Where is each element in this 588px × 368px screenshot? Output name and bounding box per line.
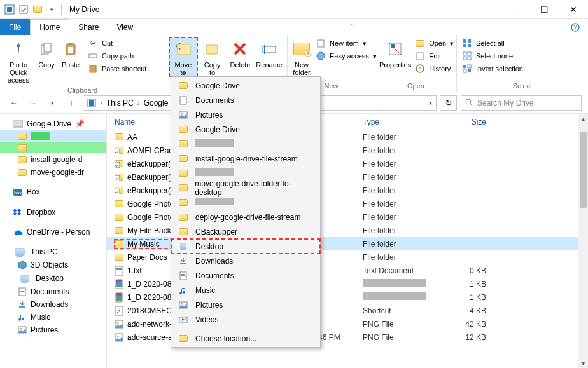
context-menu-item[interactable]: deploy-google-drive-file-stream [171, 210, 320, 224]
context-menu-item[interactable]: Downloads [171, 254, 320, 268]
nav-documents[interactable]: Documents [0, 285, 106, 298]
open-button[interactable]: Open ▾ [414, 37, 455, 49]
svg-rect-27 [463, 52, 466, 55]
svg-rect-43 [20, 291, 24, 292]
svg-rect-28 [468, 52, 471, 55]
nav-dropbox[interactable]: Dropbox [0, 205, 106, 219]
scrollbar-thumb[interactable] [580, 132, 587, 208]
nav-install-google[interactable]: install-google-d [0, 153, 106, 166]
close-button[interactable]: ✕ [559, 0, 588, 19]
context-menu-item[interactable]: install-google-drive-file-stream [171, 151, 320, 166]
context-menu-label [195, 198, 234, 207]
history-button[interactable]: History [414, 63, 455, 74]
scroll-up-icon[interactable]: ▲ [578, 114, 588, 124]
refresh-button[interactable]: ↻ [440, 95, 457, 111]
qat-properties-icon[interactable] [18, 4, 29, 15]
svg-rect-51 [116, 268, 122, 269]
context-menu-item[interactable]: CBackupper [171, 224, 320, 239]
delete-button[interactable]: Delete [228, 37, 253, 69]
context-menu-item[interactable] [171, 137, 320, 151]
context-menu-item[interactable]: Music [171, 283, 320, 297]
nav-onedrive[interactable]: OneDrive - Person [0, 226, 106, 238]
minimize-button[interactable]: ─ [500, 0, 529, 19]
qat-dropdown-icon[interactable]: ▾ [46, 4, 57, 15]
pic-lib-icon [178, 301, 189, 310]
nav-desktop[interactable]: Desktop [0, 271, 106, 285]
select-none-button[interactable]: Select none [461, 50, 524, 62]
easy-access-button[interactable]: Easy access ▾ [314, 50, 378, 62]
svg-rect-12 [178, 44, 190, 55]
svg-rect-55 [116, 280, 122, 282]
svg-rect-26 [468, 44, 471, 47]
nav-3d-objects[interactable]: 3D Objects [0, 259, 106, 271]
file-type: File folder [363, 133, 439, 142]
paste-shortcut-button[interactable]: Paste shortcut [87, 63, 148, 74]
nav-google-drive[interactable]: Google Drive📌 [0, 118, 106, 130]
nav-downloads[interactable]: Downloads [0, 298, 106, 311]
edit-button[interactable]: Edit [414, 50, 455, 62]
context-menu-item[interactable]: Desktop [171, 239, 320, 254]
nav-move-google[interactable]: move-google-dr [0, 166, 106, 179]
context-menu-item[interactable]: move-google-drive-folder-to-desktop [171, 181, 320, 195]
context-menu-choose-location[interactable]: Choose location... [171, 331, 320, 346]
forward-button[interactable]: → [25, 95, 41, 111]
scroll-down-icon[interactable]: ▼ [578, 358, 588, 368]
svg-rect-52 [116, 269, 122, 270]
column-type[interactable]: Type [363, 118, 439, 126]
nav-redacted-1[interactable] [0, 130, 106, 142]
tab-home[interactable]: Home [30, 19, 69, 35]
nav-this-pc[interactable]: This PC [0, 245, 106, 259]
copy-button[interactable]: Copy [36, 37, 57, 69]
navigation-pane[interactable]: Google Drive📌 install-google-d move-goog… [0, 114, 107, 368]
new-folder-button[interactable]: New folder [291, 37, 312, 76]
svg-point-66 [117, 335, 119, 337]
svg-rect-33 [468, 65, 471, 68]
cut-button[interactable]: ✂Cut [87, 37, 148, 49]
paste-button[interactable]: Paste [60, 37, 81, 69]
context-menu-item[interactable]: Videos [171, 312, 320, 327]
tab-file[interactable]: File [0, 19, 30, 35]
properties-button[interactable]: Properties [379, 37, 411, 69]
vertical-scrollbar[interactable]: ▲ ▼ [578, 114, 588, 368]
svg-rect-47 [115, 162, 120, 168]
invert-selection-button[interactable]: Invert selection [461, 63, 524, 74]
context-menu-item[interactable]: Documents [171, 93, 320, 107]
qat-folder-icon[interactable] [32, 4, 43, 15]
search-input[interactable]: Search My Drive [461, 95, 582, 111]
new-item-button[interactable]: New item ▾ [314, 37, 378, 49]
nav-box[interactable]: boxBox [0, 185, 106, 199]
ribbon-collapse-icon[interactable]: ˆ [340, 19, 365, 35]
recent-locations-button[interactable]: ▾ [45, 95, 60, 111]
nav-pictures[interactable]: Pictures [0, 324, 106, 336]
nav-redacted-2[interactable] [0, 142, 106, 153]
context-menu-item[interactable]: Pictures [171, 297, 320, 312]
svg-rect-61 [116, 298, 122, 301]
context-menu-item[interactable]: Documents [171, 268, 320, 283]
context-menu-label: Downloads [195, 257, 233, 266]
context-menu-item[interactable]: Pictures [171, 107, 320, 122]
column-size[interactable]: Size [439, 118, 490, 126]
crumb-this-pc[interactable]: This PC [106, 99, 134, 107]
easy-access-icon [316, 51, 326, 61]
open-icon [415, 38, 425, 48]
move-to-button[interactable]: Move to [169, 37, 197, 76]
rename-button[interactable]: Rename [255, 37, 283, 69]
paste-icon [60, 39, 81, 59]
context-menu-item[interactable]: Google Drive [171, 122, 320, 137]
up-button[interactable]: ↑ [64, 95, 79, 111]
nav-music[interactable]: Music [0, 311, 106, 324]
context-menu-item[interactable]: Google Drive [171, 78, 320, 93]
back-button[interactable]: ← [6, 95, 22, 111]
tab-view[interactable]: View [108, 19, 142, 35]
copy-path-button[interactable]: Copy path [87, 50, 148, 62]
move-to-icon [173, 39, 193, 59]
select-all-button[interactable]: Select all [461, 37, 524, 49]
tab-share[interactable]: Share [69, 19, 108, 35]
file-type: File folder [363, 186, 439, 195]
pin-to-quick-access-button[interactable]: Pin to Quick access [4, 37, 33, 84]
svg-rect-42 [20, 290, 24, 290]
help-icon[interactable]: ? [563, 19, 588, 35]
context-menu-item[interactable] [171, 195, 320, 210]
maximize-button[interactable]: ☐ [529, 0, 559, 19]
copy-to-button[interactable]: Copy to [200, 37, 225, 76]
